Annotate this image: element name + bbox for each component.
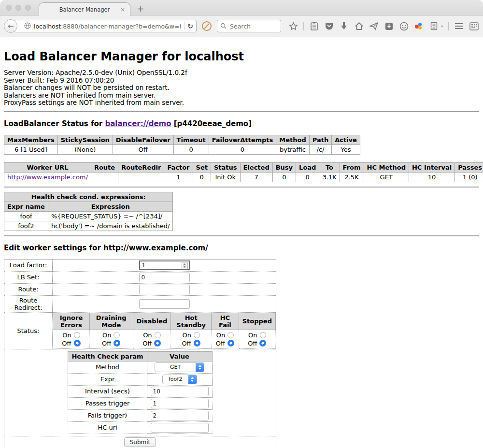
expr-select[interactable]: foof2 xyxy=(162,375,197,384)
lb-set-input[interactable] xyxy=(139,273,190,282)
bookmark-star-icon[interactable] xyxy=(288,21,298,31)
table-row: 6 [1 Used] (None) Off 0 0 bytraffic /c/ … xyxy=(4,145,360,154)
hot-standby-on-radio[interactable] xyxy=(194,332,200,338)
tab-title: Balancer Manager xyxy=(59,6,110,13)
status-label: Status: xyxy=(4,312,53,349)
worker-table: Worker URL Route RouteRedir Factor Set S… xyxy=(4,162,483,182)
minimize-window-icon[interactable] xyxy=(15,5,21,11)
browser-window: Balancer Manager × + ← localhost:8880/ba… xyxy=(0,0,483,448)
draining-mode-off-radio[interactable] xyxy=(114,340,120,347)
divider xyxy=(4,235,479,236)
status-row: Status: Ignore Errors Draining Mode Disa… xyxy=(4,312,276,349)
url-domain: localhost xyxy=(34,23,61,30)
chevron-down-icon[interactable]: ▾ xyxy=(441,24,443,29)
hc-fail-radios: On Off xyxy=(212,330,239,348)
hc-fail-off-radio[interactable] xyxy=(227,340,234,347)
lb-set-row: LB Set: xyxy=(4,271,276,283)
url-text[interactable]: localhost:8880/balancer-manager?b=demo&w… xyxy=(34,23,181,30)
stopped-off-radio[interactable] xyxy=(259,340,266,347)
health-check-params-row: Health Check param Value Method GET xyxy=(4,349,276,436)
tab-balancer-manager[interactable]: Balancer Manager × xyxy=(39,2,130,16)
passes-label: Passes trigger xyxy=(68,397,147,409)
passes-input[interactable] xyxy=(151,399,209,408)
new-tab-button[interactable]: + xyxy=(137,4,144,14)
disabled-radios: On Off xyxy=(133,330,171,348)
table-header-row: Health Check param Value xyxy=(68,351,212,361)
fails-row: Fails trigger) xyxy=(68,409,212,421)
balancer-demo-link[interactable]: balancer://demo xyxy=(105,119,171,128)
downloads-icon[interactable] xyxy=(339,21,349,31)
draining-mode-on-radio[interactable] xyxy=(114,332,120,338)
page-content: Load Balancer Manager for localhost Serv… xyxy=(0,50,483,448)
route-redirect-input[interactable] xyxy=(139,299,190,309)
table-row: http://www.example.com/ 1 0 Init Ok 7 0 … xyxy=(4,172,483,182)
interval-row: Interval (secs) xyxy=(68,385,212,397)
table-header-row: MaxMembers StickySession DisableFailover… xyxy=(4,135,360,145)
select-arrows-icon xyxy=(196,363,204,372)
select-arrows-icon xyxy=(188,375,197,384)
table-header-row: Expr name Expression xyxy=(4,202,173,211)
url-path: :8880/balancer-manager?b=demo&w=http://w… xyxy=(61,23,181,30)
search-bar[interactable] xyxy=(217,20,281,32)
pocket-icon[interactable] xyxy=(324,21,334,31)
toolbar-icons: ▾ xyxy=(288,21,479,31)
draining-mode-radios: On Off xyxy=(89,330,133,348)
window-controls[interactable] xyxy=(6,5,31,11)
notice-line: ProxyPass settings are NOT inherited fro… xyxy=(4,99,479,107)
hc-uri-input[interactable] xyxy=(151,423,209,433)
close-window-icon[interactable] xyxy=(6,5,12,11)
disabled-off-radio[interactable] xyxy=(154,340,161,347)
tab-close-icon[interactable]: × xyxy=(120,6,125,13)
url-bar[interactable]: localhost:8880/balancer-manager?b=demo&w… xyxy=(14,20,197,32)
home-icon[interactable] xyxy=(354,21,364,31)
blocked-content-icon[interactable] xyxy=(202,21,212,31)
table-header-row: Worker URL Route RouteRedir Factor Set S… xyxy=(4,162,483,172)
stopped-radios: On Off xyxy=(239,330,275,348)
edit-worker-heading: Edit worker settings for http://www.exam… xyxy=(4,244,479,252)
share-plane-icon[interactable] xyxy=(369,21,379,31)
menu-hamburger-icon[interactable] xyxy=(454,21,464,31)
globe-icon xyxy=(24,22,31,30)
submit-button[interactable]: Submit xyxy=(124,437,156,447)
method-label: Method xyxy=(68,361,147,373)
balancer-status-table: MaxMembers StickySession DisableFailover… xyxy=(4,135,360,155)
reload-icon[interactable]: ↻ xyxy=(187,22,193,30)
zoom-window-icon[interactable] xyxy=(25,5,31,11)
table-caption-row: Health check cond. expressions: xyxy=(4,192,173,202)
fails-input[interactable] xyxy=(151,411,209,420)
edit-worker-form: Load factor: LB Set: Route: Route Redire… xyxy=(4,259,276,448)
interval-input[interactable] xyxy=(151,387,209,396)
disabled-on-radio[interactable] xyxy=(155,332,161,338)
search-icon xyxy=(220,22,227,31)
firefox-account-icon[interactable] xyxy=(414,21,424,31)
hc-fail-on-radio[interactable] xyxy=(227,332,234,338)
stopped-on-radio[interactable] xyxy=(260,332,266,338)
back-button[interactable]: ← xyxy=(4,19,17,33)
hello-chat-icon[interactable] xyxy=(399,21,409,31)
search-input[interactable] xyxy=(229,22,272,30)
ignore-errors-on-radio[interactable] xyxy=(74,332,80,338)
worker-url-link[interactable]: http://www.example.com/ xyxy=(7,173,88,181)
page-title: Load Balancer Manager for localhost xyxy=(4,50,479,63)
route-row: Route: xyxy=(4,283,276,295)
hot-standby-off-radio[interactable] xyxy=(194,340,200,347)
number-stepper-icon[interactable] xyxy=(182,262,188,269)
save-to-device-icon[interactable] xyxy=(384,21,394,31)
expr-label: Expr xyxy=(68,373,147,385)
ignore-errors-off-radio[interactable] xyxy=(74,340,81,347)
status-table: Ignore Errors Draining Mode Disabled Hot… xyxy=(53,313,276,349)
server-built-line: Server Built: Feb 9 2016 07:00:20 xyxy=(4,77,479,85)
health-check-table: Health Check param Value Method GET xyxy=(68,351,212,434)
keyboard-grid-icon[interactable] xyxy=(469,21,479,31)
reading-list-icon[interactable] xyxy=(309,21,319,31)
sidebar-notes-icon[interactable] xyxy=(429,21,439,31)
ignore-errors-radios: On Off xyxy=(53,330,90,348)
route-redirect-label: Route Redirect: xyxy=(4,295,53,312)
method-select[interactable]: GET xyxy=(155,362,204,372)
status-radio-row: On Off On Off On Off xyxy=(53,330,276,348)
route-label: Route: xyxy=(4,283,53,295)
divider xyxy=(4,187,479,188)
lb-set-label: LB Set: xyxy=(4,271,53,283)
route-input[interactable] xyxy=(139,285,190,294)
expr-row: Expr foof2 xyxy=(68,373,212,385)
